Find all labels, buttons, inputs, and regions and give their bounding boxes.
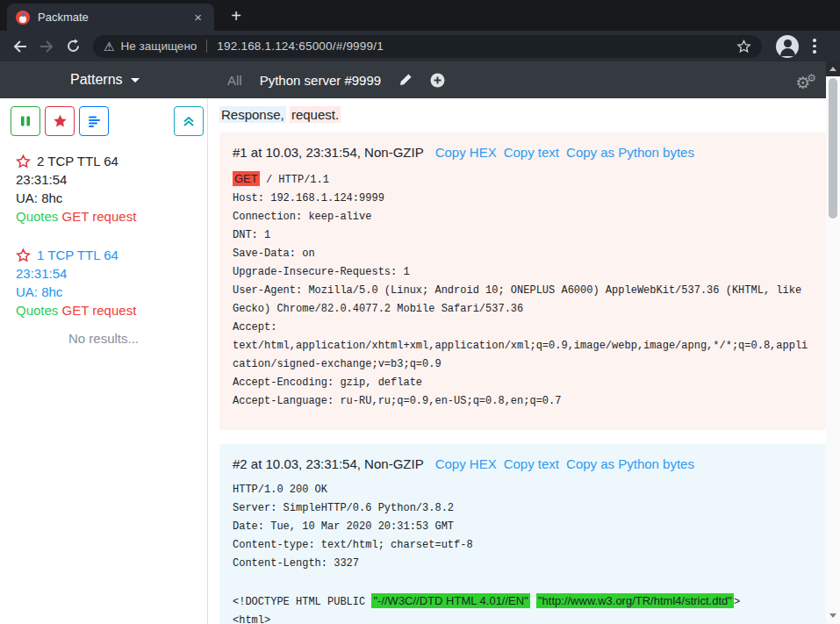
stream-user-agent: UA: 8hc (16, 189, 195, 207)
stream-time: 23:31:54 (16, 264, 195, 283)
new-tab-button[interactable]: + (225, 4, 248, 27)
url-divider (206, 39, 207, 53)
stream-time: 23:31:54 (16, 170, 195, 189)
copy-text-link[interactable]: Copy text (504, 145, 559, 160)
stream-tag-get-request: GET request (62, 209, 137, 224)
copy-python-bytes-link[interactable]: Copy as Python bytes (566, 145, 694, 160)
warning-icon[interactable]: ⚠ (104, 39, 115, 54)
tab-title: Packmate (38, 11, 190, 24)
page-scrollbar[interactable] (826, 61, 840, 624)
favorite-star-icon[interactable] (16, 248, 31, 262)
reload-icon[interactable] (60, 34, 86, 59)
favorite-star-icon[interactable] (16, 154, 31, 169)
forward-icon[interactable] (33, 34, 60, 59)
scrollbar-down-button[interactable] (826, 609, 840, 621)
legend: Response, request. (219, 107, 826, 122)
stream-list-item-selected[interactable]: 1 TCP TTL 64 23:31:54 UA: 8hc Quotes GET… (0, 237, 207, 319)
copy-python-bytes-link[interactable]: Copy as Python bytes (566, 456, 694, 471)
no-results-label: No results... (0, 331, 207, 346)
sidebar-toolbar (0, 98, 207, 143)
back-icon[interactable] (7, 34, 33, 59)
packet-header: #2 at 10.03, 23:31:54, Non-GZIP (233, 456, 424, 471)
copy-hex-link[interactable]: Copy HEX (435, 456, 497, 471)
collapse-sidebar-button[interactable] (174, 106, 204, 136)
screen: Packmate × + ⚠ Не защищено 192.168.1.124… (0, 0, 840, 624)
main-content: Response, request. #1 at 10.03, 23:31:54… (208, 98, 826, 624)
legend-request: request. (290, 106, 341, 123)
tab-current-pattern[interactable]: Python server #9999 (260, 73, 381, 88)
scroll-up-icon (829, 67, 836, 71)
sidebar: 2 TCP TTL 64 23:31:54 UA: 8hc Quotes GET… (0, 98, 208, 624)
close-tab-icon[interactable]: × (190, 9, 205, 25)
url-bar[interactable]: ⚠ Не защищено 192.168.1.124:65000/#/9999… (93, 35, 762, 58)
favorites-filter-button[interactable] (45, 106, 75, 136)
browser-tab[interactable]: Packmate × (7, 4, 214, 31)
packet-card-response: #2 at 10.03, 23:31:54, Non-GZIP Copy HEX… (219, 444, 826, 624)
packet-header: #1 at 10.03, 23:31:54, Non-GZIP (233, 145, 424, 160)
add-pattern-icon[interactable] (430, 73, 445, 88)
settings-gears-icon[interactable]: ⚙⚙ (795, 61, 816, 98)
edit-pencil-icon[interactable] (398, 73, 413, 87)
caret-down-icon (131, 78, 140, 82)
app-navbar: Patterns All Python server #9999 ⚙⚙ (0, 61, 840, 98)
stream-tag-get-request: GET request (62, 303, 137, 318)
pause-capture-button[interactable] (11, 106, 40, 136)
tab-all[interactable]: All (227, 73, 242, 88)
stream-user-agent: UA: 8hc (16, 283, 195, 301)
copy-hex-link[interactable]: Copy HEX (435, 145, 497, 160)
copy-text-link[interactable]: Copy text (504, 456, 559, 471)
browser-menu-icon[interactable] (806, 35, 823, 57)
scrollbar-up-button[interactable] (826, 61, 840, 76)
packet-card-request: #1 at 10.03, 23:31:54, Non-GZIP Copy HEX… (219, 133, 826, 430)
legend-response: Response, (219, 106, 286, 123)
scroll-down-icon (829, 613, 836, 618)
bookmark-star-icon[interactable] (736, 39, 751, 54)
patterns-dropdown[interactable]: Patterns (70, 61, 140, 98)
text-filter-button[interactable] (79, 106, 109, 136)
browser-tab-bar: Packmate × + (0, 0, 840, 31)
security-status[interactable]: Не защищено (121, 39, 197, 53)
stream-title: 1 TCP TTL 64 (37, 246, 118, 264)
patterns-label: Patterns (70, 72, 123, 88)
browser-toolbar: ⚠ Не защищено 192.168.1.124:65000/#/9999… (0, 31, 840, 61)
profile-avatar-icon[interactable] (776, 35, 799, 58)
stream-tag-quotes: Quotes (16, 303, 58, 318)
stream-title: 2 TCP TTL 64 (37, 152, 118, 170)
stream-list-item[interactable]: 2 TCP TTL 64 23:31:54 UA: 8hc Quotes GET… (0, 143, 207, 226)
packet-body: HTTP/1.0 200 OKServer: SimpleHTTP/0.6 Py… (233, 481, 813, 624)
stream-tag-quotes: Quotes (16, 209, 58, 224)
packet-body: GET / HTTP/1.1Host: 192.168.1.124:9999Co… (233, 169, 813, 411)
url-text[interactable]: 192.168.1.124:65000/#/9999/1 (217, 39, 384, 53)
pattern-tabs: All Python server #9999 (227, 61, 445, 98)
packmate-favicon-icon (16, 11, 30, 25)
scrollbar-thumb[interactable] (829, 78, 837, 219)
